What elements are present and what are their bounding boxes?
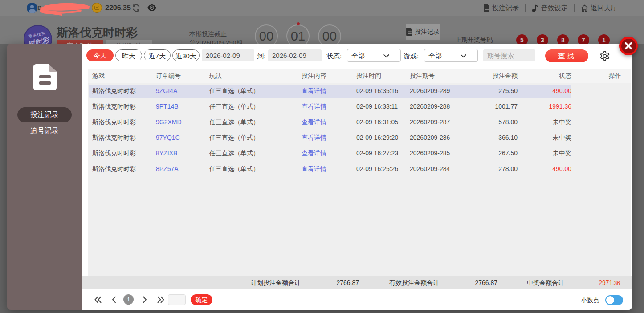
cell-bet-issue: 20260209-285 — [410, 146, 450, 161]
order-number-link[interactable]: 9ZGI4A — [156, 83, 177, 99]
cell-bet-amount: 366.10 — [464, 130, 518, 146]
toggle-knob — [606, 296, 614, 304]
plan-total-label: 计划投注金额合计 — [251, 276, 301, 289]
pagination-bar: 1 确定 小数点 — [82, 289, 632, 310]
close-icon — [624, 42, 632, 50]
chevron-down-icon — [460, 54, 467, 58]
view-detail-link[interactable]: 查看详情 — [302, 99, 326, 114]
last-page-icon[interactable] — [157, 296, 165, 304]
summary-row: 计划投注金额合计 2766.87 有效投注金额合计 2766.87 中奖金额合计… — [82, 276, 632, 289]
table-row[interactable]: 斯洛伐克时时彩9ZGI4A任三直选（单式）查看详情02-09 16:35:162… — [88, 83, 631, 99]
dialog-main: 今天 昨天 近7天 近30天 2026-02-09 到: 2026-02-09 … — [82, 44, 632, 310]
cell-bet-time: 02-09 16:35:16 — [356, 83, 398, 99]
valid-total-label: 有效投注金额合计 — [389, 276, 439, 289]
bet-record-button[interactable]: 投注记录 — [406, 24, 440, 40]
document-icon — [484, 4, 490, 12]
bet-record-button-label: 投注记录 — [415, 28, 440, 36]
view-detail-link[interactable]: 查看详情 — [302, 130, 326, 146]
username-redaction-scribble — [37, 1, 92, 16]
nav-bet-record-label: 投注记录 — [492, 4, 519, 12]
prev-page-icon[interactable] — [111, 296, 117, 304]
cell-bet-issue: 20260209-289 — [410, 83, 450, 99]
nav-return-lobby-label: 返回大厅 — [591, 4, 617, 12]
order-number-link[interactable]: 8PZ57A — [156, 161, 179, 177]
quick-filter-today[interactable]: 今天 — [86, 49, 114, 61]
cell-bet-time: 02-09 16:27:23 — [356, 146, 398, 161]
settings-gear-icon[interactable] — [599, 50, 611, 62]
cell-bet-time: 02-09 16:31:05 — [356, 114, 398, 130]
quick-filter-7days[interactable]: 近7天 — [144, 49, 171, 61]
cell-game: 斯洛伐克时时彩 — [92, 83, 136, 99]
date-to-input[interactable]: 2026-02-09 — [268, 49, 322, 61]
table-row[interactable]: 斯洛伐克时时彩9PT14B任三直选（单式）查看详情02-09 16:33:112… — [88, 99, 631, 114]
issue-search-input[interactable]: 期号搜索 — [483, 49, 535, 61]
order-number-link[interactable]: 97YQ1C — [156, 130, 180, 146]
nav-divider — [574, 4, 575, 12]
col-bet-content: 投注内容 — [302, 69, 326, 83]
page-jump-input[interactable] — [168, 294, 186, 305]
order-number-link[interactable]: 9PT14B — [156, 99, 179, 114]
user-avatar[interactable] — [27, 3, 37, 13]
table-row[interactable]: 斯洛伐克时时彩8YZIXB任三直选（单式）查看详情02-09 16:27:232… — [88, 146, 631, 161]
refresh-icon[interactable] — [132, 4, 141, 12]
bet-record-dialog: 投注记录 追号记录 今天 昨天 近7天 近30天 2026-02-09 到: 2… — [7, 44, 632, 310]
cell-game: 斯洛伐克时时彩 — [92, 146, 136, 161]
music-note-icon — [532, 4, 539, 12]
order-number-link[interactable]: 9G2XMD — [156, 114, 182, 130]
page-number[interactable]: 1 — [123, 294, 134, 305]
cell-bet-amount: 275.50 — [464, 83, 518, 99]
cell-bet-amount: 278.00 — [464, 161, 518, 177]
cell-status: 未中奖 — [518, 114, 571, 130]
next-page-icon[interactable] — [142, 296, 148, 304]
view-detail-link[interactable]: 查看详情 — [302, 114, 326, 130]
cell-status: 未中奖 — [518, 130, 571, 146]
col-bet-time: 投注时间 — [356, 69, 381, 83]
home-icon — [581, 4, 588, 12]
countdown-progress-dot — [297, 22, 300, 25]
cell-game: 斯洛伐克时时彩 — [92, 130, 136, 146]
to-label: 到: — [257, 52, 265, 61]
page-jump-confirm-button[interactable]: 确定 — [191, 294, 212, 305]
cell-bet-issue: 20260209-284 — [410, 161, 450, 177]
cell-status: 未中奖 — [518, 146, 571, 161]
search-button[interactable]: 查找 — [545, 49, 588, 62]
status-select[interactable]: 全部 — [347, 49, 401, 62]
view-detail-link[interactable]: 查看详情 — [302, 161, 326, 177]
chevron-down-icon — [383, 54, 390, 58]
date-from-input[interactable]: 2026-02-09 — [202, 49, 254, 61]
sidebar-item-chase-records[interactable]: 追号记录 — [7, 126, 82, 136]
nav-return-lobby[interactable]: 返回大厅 — [581, 4, 617, 12]
nav-sound-settings[interactable]: 音效设定 — [532, 4, 568, 12]
order-number-link[interactable]: 8YZIXB — [156, 146, 177, 161]
decimal-toggle[interactable] — [605, 295, 623, 305]
nav-sound-settings-label: 音效设定 — [541, 4, 568, 12]
table-row[interactable]: 斯洛伐克时时彩9G2XMD任三直选（单式）查看详情02-09 16:31:052… — [88, 114, 631, 130]
nav-bet-record[interactable]: 投注记录 — [484, 4, 519, 12]
table-row[interactable]: 斯洛伐克时时彩8PZ57A任三直选（单式）查看详情02-09 16:25:262… — [88, 161, 631, 177]
cell-play-type: 任三直选（单式） — [209, 146, 259, 161]
cell-play-type: 任三直选（单式） — [209, 114, 259, 130]
close-dialog-button[interactable] — [619, 37, 638, 55]
status-select-value: 全部 — [351, 52, 365, 59]
document-icon — [406, 28, 413, 36]
cell-status: 1991.36 — [518, 99, 571, 114]
cell-bet-issue: 20260209-286 — [410, 130, 450, 146]
cell-play-type: 任三直选（单式） — [209, 83, 259, 99]
quick-filter-yesterday[interactable]: 昨天 — [115, 49, 142, 61]
table-row[interactable]: 斯洛伐克时时彩97YQ1C任三直选（单式）查看详情02-09 16:29:202… — [88, 130, 631, 146]
quick-filter-30days[interactable]: 近30天 — [172, 49, 200, 61]
cell-game: 斯洛伐克时时彩 — [92, 161, 136, 177]
balance-amount: 2206.35 — [105, 4, 131, 12]
view-detail-link[interactable]: 查看详情 — [302, 146, 326, 161]
eye-icon[interactable] — [147, 4, 157, 12]
sidebar-item-bet-records[interactable]: 投注记录 — [17, 107, 72, 122]
view-detail-link[interactable]: 查看详情 — [302, 83, 326, 99]
cell-bet-time: 02-09 16:33:11 — [356, 99, 398, 114]
screen: Da 2206.35 — [0, 0, 644, 313]
col-game: 游戏 — [92, 69, 105, 83]
table-header-row: 游戏 订单编号 玩法 投注内容 投注时间 投注期号 投注金额 状态 操作 — [88, 69, 631, 83]
game-select[interactable]: 全部 — [424, 49, 478, 62]
records-icon — [33, 64, 57, 90]
col-bet-issue: 投注期号 — [410, 69, 435, 83]
first-page-icon[interactable] — [94, 296, 102, 304]
